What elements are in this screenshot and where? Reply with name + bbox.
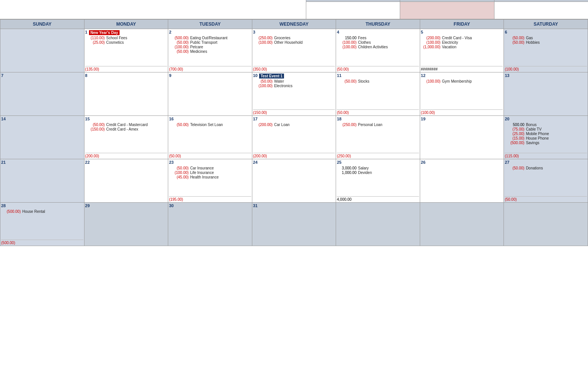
event-label: Test Event 1 bbox=[259, 74, 284, 78]
day-total: (50.00) bbox=[169, 153, 251, 158]
calendar-day: 18(250.00)Personal Loan(250.00) bbox=[336, 116, 420, 159]
entry: (100.00)Electricity bbox=[421, 40, 503, 45]
cell-inner: 8 bbox=[85, 73, 167, 115]
day-header: 20 bbox=[505, 117, 587, 122]
entry: (500.00)Savings bbox=[505, 141, 587, 145]
cell-inner: 4150.00Fees(100.00)Clothes(100.00)Childr… bbox=[337, 30, 419, 71]
entry-amount: (100.00) bbox=[169, 45, 189, 49]
entry: (50.00)Water bbox=[253, 79, 335, 83]
calendar-day: 24 bbox=[252, 159, 336, 203]
entry: (50.00)Stocks bbox=[337, 79, 419, 83]
entry-description: Donations bbox=[526, 166, 543, 170]
calendar-day: 16(50.00)Television Set Loan(50.00) bbox=[168, 116, 252, 159]
calendar-day: 23(50.00)Car Insurance(100.00)Life Insur… bbox=[168, 159, 252, 203]
day-header: 2 bbox=[169, 30, 251, 35]
day-total: (200.00) bbox=[85, 153, 167, 158]
entry: (50.00)Gas bbox=[505, 36, 587, 40]
entry-description: Life Insurance bbox=[190, 171, 214, 175]
cell-inner: 15(50.00)Credit Card - Mastercard(150.00… bbox=[85, 117, 167, 158]
cell-inner: 9 bbox=[169, 73, 251, 115]
calendar-day: 28(500.00)House Rental(500.00) bbox=[0, 203, 84, 246]
expenses-value bbox=[400, 2, 494, 4]
day-header: 10Test Event 1 bbox=[253, 73, 335, 78]
entry-amount: (100.00) bbox=[253, 84, 273, 88]
weekday-header-sunday: SUNDAY bbox=[0, 20, 84, 29]
day-header: 30 bbox=[169, 203, 251, 209]
calendar-day: 22 bbox=[84, 159, 168, 203]
spacer bbox=[1, 153, 83, 158]
day-header: 9 bbox=[169, 73, 251, 78]
cell-inner: 27(50.00)Donations(50.00) bbox=[505, 160, 587, 202]
day-number: 16 bbox=[169, 117, 173, 121]
entry-description: Public Transport bbox=[190, 40, 217, 45]
calendar-day: 2(500.00)Eating Out/Restaurant(50.00)Pub… bbox=[168, 29, 252, 72]
entry-amount: (100.00) bbox=[337, 45, 356, 49]
day-total: (350.00) bbox=[253, 66, 335, 71]
spacer bbox=[169, 240, 251, 245]
entry: (150.00)Credit Card - Amex bbox=[85, 127, 167, 131]
calendar-week-3: 212223(50.00)Car Insurance(100.00)Life I… bbox=[0, 159, 588, 203]
day-header: 5 bbox=[421, 30, 503, 35]
cell-inner: 1New Year's Day(110.00)School Fees(25.00… bbox=[85, 30, 167, 71]
calendar-day: 29 bbox=[84, 203, 168, 246]
calendar-week-2: 1415(50.00)Credit Card - Mastercard(150.… bbox=[0, 116, 588, 159]
entry-amount: (100.00) bbox=[421, 40, 441, 45]
day-header: 24 bbox=[253, 160, 335, 165]
calendar-day bbox=[504, 203, 588, 246]
balance-value bbox=[494, 2, 588, 4]
entry: 3,000.00Salary bbox=[337, 166, 419, 170]
entry-amount: (50.00) bbox=[505, 40, 524, 45]
entry-description: Salary bbox=[358, 166, 368, 170]
day-header: 31 bbox=[253, 203, 335, 209]
calendar-week-1: 78910Test Event 1(50.00)Water(100.00)Ele… bbox=[0, 72, 588, 116]
weekday-header-wednesday: WEDNESDAY bbox=[252, 20, 336, 29]
day-number: 2 bbox=[169, 30, 171, 34]
day-number: 9 bbox=[169, 73, 171, 78]
cell-inner: 29 bbox=[85, 203, 167, 245]
calendar-day: 253,000.00Salary1,000.00Deviden4,000.00 bbox=[336, 159, 420, 203]
entry: (75.00)Cable TV bbox=[505, 127, 587, 131]
entry-amount: (50.00) bbox=[169, 166, 189, 170]
entry-description: Personal Loan bbox=[358, 123, 382, 127]
calendar-day: 11(50.00)Stocks(50.00) bbox=[336, 72, 420, 116]
entry: (500.00)Eating Out/Restaurant bbox=[169, 36, 251, 40]
entry: (200.00)Car Loan bbox=[253, 123, 335, 127]
day-header: 4 bbox=[337, 30, 419, 35]
day-header: 12 bbox=[421, 73, 503, 78]
calendar-day: 30 bbox=[168, 203, 252, 246]
entry: (50.00)Public Transport bbox=[169, 40, 251, 45]
entry: (110.00)School Fees bbox=[85, 36, 167, 40]
cell-inner: 28(500.00)House Rental(500.00) bbox=[1, 203, 83, 245]
day-header: 28 bbox=[1, 203, 83, 209]
spacer bbox=[85, 196, 167, 202]
entry-description: Car Loan bbox=[274, 123, 290, 127]
day-header: 7 bbox=[1, 73, 83, 78]
entry: (50.00)Car Insurance bbox=[169, 166, 251, 170]
cell-inner: 31 bbox=[253, 203, 335, 245]
entry-description: Car Insurance bbox=[190, 166, 214, 170]
day-number: 21 bbox=[1, 160, 6, 165]
calendar-body: 1New Year's Day(110.00)School Fees(25.00… bbox=[0, 29, 588, 246]
day-total: (200.00) bbox=[253, 153, 335, 158]
cell-inner: 21 bbox=[1, 160, 83, 202]
weekday-header-tuesday: TUESDAY bbox=[168, 20, 252, 29]
entry: (250.00)Groceries bbox=[253, 36, 335, 40]
cell-inner bbox=[421, 203, 503, 245]
entry: (250.00)Personal Loan bbox=[337, 123, 419, 127]
entry-amount: (50.00) bbox=[505, 36, 524, 40]
day-header: 25 bbox=[337, 160, 419, 165]
entry-amount: 500.00 bbox=[505, 123, 524, 127]
entry: (50.00)Hobbies bbox=[505, 40, 587, 45]
spacer bbox=[337, 240, 419, 245]
cell-inner: 16(50.00)Television Set Loan(50.00) bbox=[169, 117, 251, 158]
calendar-table: SUNDAYMONDAYTUESDAYWEDNESDAYTHURSDAYFRID… bbox=[0, 19, 588, 246]
cell-inner: 253,000.00Salary1,000.00Deviden4,000.00 bbox=[337, 160, 419, 202]
cell-inner: 26 bbox=[421, 160, 503, 202]
day-header: 16 bbox=[169, 117, 251, 122]
day-number: 13 bbox=[505, 73, 509, 78]
cell-inner: 24 bbox=[253, 160, 335, 202]
entry-amount: (75.00) bbox=[505, 127, 524, 131]
day-header: 27 bbox=[505, 160, 587, 165]
calendar-day: 15(50.00)Credit Card - Mastercard(150.00… bbox=[84, 116, 168, 159]
entry-description: Water bbox=[274, 79, 284, 83]
